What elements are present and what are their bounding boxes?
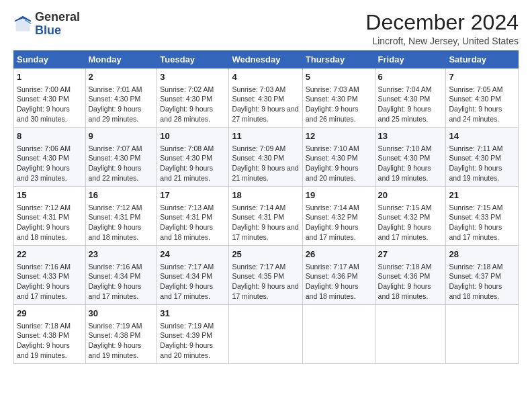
day-cell-17: 17Sunrise: 7:13 AMSunset: 4:31 PMDayligh… xyxy=(157,187,229,246)
day-number: 12 xyxy=(306,130,372,142)
day-cell-9: 9Sunrise: 7:07 AMSunset: 4:30 PMDaylight… xyxy=(85,128,157,187)
day-info: Sunrise: 7:06 AMSunset: 4:30 PMDaylight:… xyxy=(17,144,83,183)
logo-icon xyxy=(13,15,32,34)
day-cell-5: 5Sunrise: 7:03 AMSunset: 4:30 PMDaylight… xyxy=(302,68,375,128)
day-info: Sunrise: 7:19 AMSunset: 4:39 PMDaylight:… xyxy=(160,321,226,361)
day-number: 26 xyxy=(306,248,372,261)
day-cell-13: 13Sunrise: 7:10 AMSunset: 4:30 PMDayligh… xyxy=(375,128,446,187)
day-cell-21: 21Sunrise: 7:15 AMSunset: 4:33 PMDayligh… xyxy=(446,187,519,246)
day-number: 2 xyxy=(89,71,154,83)
day-number: 9 xyxy=(89,130,154,142)
day-number: 30 xyxy=(89,308,154,320)
day-cell-7: 7Sunrise: 7:05 AMSunset: 4:30 PMDaylight… xyxy=(446,68,519,128)
day-info: Sunrise: 7:14 AMSunset: 4:31 PMDaylight:… xyxy=(232,203,299,242)
day-number: 14 xyxy=(449,130,515,142)
day-cell-28: 28Sunrise: 7:18 AMSunset: 4:37 PMDayligh… xyxy=(446,246,519,305)
day-number: 16 xyxy=(89,189,154,201)
day-info: Sunrise: 7:17 AMSunset: 4:35 PMDaylight:… xyxy=(232,262,299,302)
location: Lincroft, New Jersey, United States xyxy=(365,36,519,46)
week-row-3: 15Sunrise: 7:12 AMSunset: 4:31 PMDayligh… xyxy=(14,187,519,246)
day-cell-2: 2Sunrise: 7:01 AMSunset: 4:30 PMDaylight… xyxy=(85,68,157,128)
col-header-wednesday: Wednesday xyxy=(229,51,302,68)
logo-blue: Blue xyxy=(35,24,61,37)
day-info: Sunrise: 7:04 AMSunset: 4:30 PMDaylight:… xyxy=(378,85,443,124)
day-number: 21 xyxy=(449,189,515,201)
day-number: 5 xyxy=(306,71,372,83)
day-info: Sunrise: 7:17 AMSunset: 4:34 PMDaylight:… xyxy=(160,262,226,302)
day-info: Sunrise: 7:03 AMSunset: 4:30 PMDaylight:… xyxy=(306,85,372,124)
day-cell-20: 20Sunrise: 7:15 AMSunset: 4:32 PMDayligh… xyxy=(375,187,446,246)
day-info: Sunrise: 7:07 AMSunset: 4:30 PMDaylight:… xyxy=(89,144,154,183)
week-row-1: 1Sunrise: 7:00 AMSunset: 4:30 PMDaylight… xyxy=(14,68,519,128)
day-cell-23: 23Sunrise: 7:16 AMSunset: 4:34 PMDayligh… xyxy=(85,246,157,305)
day-cell-30: 30Sunrise: 7:19 AMSunset: 4:38 PMDayligh… xyxy=(85,305,157,364)
day-info: Sunrise: 7:18 AMSunset: 4:38 PMDaylight:… xyxy=(17,321,83,361)
day-number: 6 xyxy=(378,71,443,83)
day-number: 22 xyxy=(17,248,83,261)
day-cell-22: 22Sunrise: 7:16 AMSunset: 4:33 PMDayligh… xyxy=(14,246,86,305)
day-info: Sunrise: 7:16 AMSunset: 4:34 PMDaylight:… xyxy=(89,262,154,302)
calendar-table: SundayMondayTuesdayWednesdayThursdayFrid… xyxy=(13,50,519,364)
logo: General Blue xyxy=(13,11,80,38)
day-number: 15 xyxy=(17,189,83,201)
day-info: Sunrise: 7:08 AMSunset: 4:30 PMDaylight:… xyxy=(160,144,226,183)
day-cell-1: 1Sunrise: 7:00 AMSunset: 4:30 PMDaylight… xyxy=(14,68,86,128)
day-cell-27: 27Sunrise: 7:18 AMSunset: 4:36 PMDayligh… xyxy=(375,246,446,305)
day-info: Sunrise: 7:18 AMSunset: 4:36 PMDaylight:… xyxy=(378,262,443,302)
day-info: Sunrise: 7:15 AMSunset: 4:33 PMDaylight:… xyxy=(449,203,515,242)
day-cell-15: 15Sunrise: 7:12 AMSunset: 4:31 PMDayligh… xyxy=(14,187,86,246)
day-info: Sunrise: 7:11 AMSunset: 4:30 PMDaylight:… xyxy=(449,144,515,183)
day-cell-3: 3Sunrise: 7:02 AMSunset: 4:30 PMDaylight… xyxy=(157,68,229,128)
day-cell-12: 12Sunrise: 7:10 AMSunset: 4:30 PMDayligh… xyxy=(302,128,375,187)
day-number: 18 xyxy=(232,189,299,201)
col-header-sunday: Sunday xyxy=(14,51,86,68)
empty-cell xyxy=(229,305,302,364)
day-cell-19: 19Sunrise: 7:14 AMSunset: 4:32 PMDayligh… xyxy=(302,187,375,246)
day-number: 25 xyxy=(232,248,299,261)
day-info: Sunrise: 7:19 AMSunset: 4:38 PMDaylight:… xyxy=(89,321,154,361)
day-number: 27 xyxy=(378,248,443,261)
col-header-saturday: Saturday xyxy=(446,51,519,68)
header: General Blue December 2024 Lincroft, New… xyxy=(13,11,519,46)
calendar-header-row: SundayMondayTuesdayWednesdayThursdayFrid… xyxy=(14,51,519,68)
week-row-2: 8Sunrise: 7:06 AMSunset: 4:30 PMDaylight… xyxy=(14,128,519,187)
empty-cell xyxy=(446,305,519,364)
day-info: Sunrise: 7:10 AMSunset: 4:30 PMDaylight:… xyxy=(378,144,443,183)
day-cell-10: 10Sunrise: 7:08 AMSunset: 4:30 PMDayligh… xyxy=(157,128,229,187)
day-cell-11: 11Sunrise: 7:09 AMSunset: 4:30 PMDayligh… xyxy=(229,128,302,187)
title-block: December 2024 Lincroft, New Jersey, Unit… xyxy=(365,11,519,46)
day-info: Sunrise: 7:00 AMSunset: 4:30 PMDaylight:… xyxy=(17,85,83,124)
day-number: 4 xyxy=(232,71,299,83)
month-title: December 2024 xyxy=(365,11,519,34)
day-number: 24 xyxy=(160,248,226,261)
day-info: Sunrise: 7:09 AMSunset: 4:30 PMDaylight:… xyxy=(232,144,299,183)
day-cell-25: 25Sunrise: 7:17 AMSunset: 4:35 PMDayligh… xyxy=(229,246,302,305)
week-row-5: 29Sunrise: 7:18 AMSunset: 4:38 PMDayligh… xyxy=(14,305,519,364)
col-header-friday: Friday xyxy=(375,51,446,68)
day-number: 13 xyxy=(378,130,443,142)
week-row-4: 22Sunrise: 7:16 AMSunset: 4:33 PMDayligh… xyxy=(14,246,519,305)
day-cell-26: 26Sunrise: 7:17 AMSunset: 4:36 PMDayligh… xyxy=(302,246,375,305)
day-cell-8: 8Sunrise: 7:06 AMSunset: 4:30 PMDaylight… xyxy=(14,128,86,187)
day-number: 7 xyxy=(449,71,515,83)
col-header-tuesday: Tuesday xyxy=(157,51,229,68)
empty-cell xyxy=(375,305,446,364)
day-number: 11 xyxy=(232,130,299,142)
day-number: 1 xyxy=(17,71,83,83)
day-info: Sunrise: 7:13 AMSunset: 4:31 PMDaylight:… xyxy=(160,203,226,242)
day-number: 8 xyxy=(17,130,83,142)
day-cell-31: 31Sunrise: 7:19 AMSunset: 4:39 PMDayligh… xyxy=(157,305,229,364)
day-number: 17 xyxy=(160,189,226,201)
col-header-thursday: Thursday xyxy=(302,51,375,68)
day-info: Sunrise: 7:05 AMSunset: 4:30 PMDaylight:… xyxy=(449,85,515,124)
day-cell-4: 4Sunrise: 7:03 AMSunset: 4:30 PMDaylight… xyxy=(229,68,302,128)
empty-cell xyxy=(302,305,375,364)
day-number: 19 xyxy=(306,189,372,201)
page: General Blue December 2024 Lincroft, New… xyxy=(0,0,532,411)
day-info: Sunrise: 7:14 AMSunset: 4:32 PMDaylight:… xyxy=(306,203,372,242)
day-info: Sunrise: 7:16 AMSunset: 4:33 PMDaylight:… xyxy=(17,262,83,302)
day-cell-6: 6Sunrise: 7:04 AMSunset: 4:30 PMDaylight… xyxy=(375,68,446,128)
day-info: Sunrise: 7:02 AMSunset: 4:30 PMDaylight:… xyxy=(160,85,226,124)
day-number: 20 xyxy=(378,189,443,201)
day-info: Sunrise: 7:17 AMSunset: 4:36 PMDaylight:… xyxy=(306,262,372,302)
